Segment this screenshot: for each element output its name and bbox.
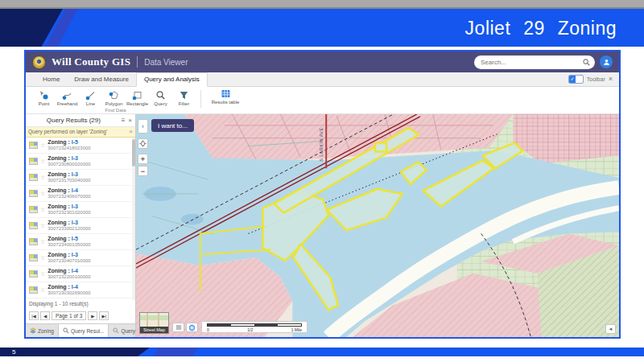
search-icon[interactable] <box>583 59 590 66</box>
basemap-switcher[interactable]: Street Map <box>139 312 169 334</box>
tool-point[interactable]: Point <box>32 88 56 107</box>
query-tool-icon <box>155 90 166 101</box>
tab-draw-and-measure[interactable]: Draw and Measure <box>67 73 136 86</box>
result-item[interactable]: ☆ Zoning : I-33007232301020000 <box>26 202 131 218</box>
result-item[interactable]: ☆ Zoning : I-53007232418023000 <box>26 138 131 154</box>
result-item[interactable]: ☆ Zoning : I-43007232200100000 <box>26 266 131 282</box>
result-link[interactable]: I-3 <box>72 204 78 209</box>
first-page-button[interactable]: |◀ <box>29 311 39 320</box>
user-button[interactable] <box>600 56 613 68</box>
tab-home[interactable]: Home <box>35 73 67 86</box>
parcel-number: 3007232200100000 <box>47 274 90 280</box>
street-label: S LARKIN AVE <box>319 127 324 161</box>
toggle-check-icon: ✓ <box>569 76 576 83</box>
parcel-number: 3007231703040000 <box>47 178 90 183</box>
star-icon[interactable]: ☆ <box>40 158 45 165</box>
header-divider <box>137 56 138 68</box>
star-icon[interactable]: ☆ <box>40 207 45 213</box>
tool-filter[interactable]: Filter <box>172 88 196 107</box>
i-want-to-button[interactable]: I want to... <box>151 119 194 132</box>
layer-thumbnail-icon <box>29 254 38 261</box>
map-canvas[interactable]: S LARKIN AVE <box>136 114 619 337</box>
tool-rectangle[interactable]: Rectangle <box>126 88 149 107</box>
panel-collapse-button[interactable]: ‹ <box>138 119 148 134</box>
tool-query[interactable]: Query <box>149 88 172 107</box>
parcel-number: 3007230407010000 <box>47 258 90 264</box>
next-page-button[interactable]: ▶ <box>88 311 97 320</box>
layer-thumbnail-icon <box>29 286 38 294</box>
panel-tabbar: Zoning Query Resul... <box>26 323 135 337</box>
ribbon-tabbar: Home Draw and Measure Query and Analysis… <box>26 72 619 87</box>
panel-tab-query-results[interactable]: Query Resul... <box>59 324 109 337</box>
star-icon[interactable]: ☆ <box>40 223 45 229</box>
tool-group-caption: Find Data <box>32 108 199 113</box>
locate-button[interactable] <box>138 138 148 149</box>
layer-thumbnail-icon <box>29 270 38 278</box>
scale-mile: 1 Mile <box>291 327 302 332</box>
star-icon[interactable]: ☆ <box>40 271 45 278</box>
star-icon[interactable]: ☆ <box>40 239 45 245</box>
point-tool-icon <box>39 90 49 101</box>
basemap-label: Street Map <box>140 327 168 333</box>
result-item[interactable]: ☆ Zoning : I-43007230302690000 <box>26 282 131 298</box>
polygon-tool-icon <box>109 90 119 101</box>
freehand-tool-icon <box>62 90 72 101</box>
map-container: S LARKIN AVE ‹ I want <box>136 114 619 337</box>
result-link[interactable]: I-3 <box>72 252 78 257</box>
last-page-button[interactable]: ▶| <box>99 311 109 320</box>
tool-line[interactable]: Line <box>79 88 102 107</box>
find-data-group: Point Freehand Line <box>32 87 199 113</box>
star-icon[interactable]: ☆ <box>40 175 45 181</box>
star-icon[interactable]: ☆ <box>40 142 45 149</box>
filter-tool-icon <box>179 90 189 101</box>
result-item[interactable]: ☆ Zoning : I-33007230800020000 <box>26 154 131 170</box>
search-input[interactable] <box>479 58 583 67</box>
star-icon[interactable]: ☆ <box>40 255 45 261</box>
panel-menu-icon[interactable]: ≡ <box>122 117 126 124</box>
star-icon[interactable]: ☆ <box>40 191 45 197</box>
rectangle-tool-icon <box>132 90 142 101</box>
tool-polygon[interactable]: Polygon <box>102 88 126 107</box>
tool-freehand[interactable]: Freehand <box>56 88 79 107</box>
result-link[interactable]: I-3 <box>72 171 78 177</box>
panel-tab-zoning[interactable]: Zoning <box>26 324 59 337</box>
list-icon <box>175 324 182 331</box>
crosshair-icon <box>139 140 147 147</box>
result-link[interactable]: I-3 <box>72 155 78 161</box>
result-link[interactable]: I-3 <box>72 220 78 225</box>
scale-half: 1/2 <box>247 327 253 332</box>
search-box[interactable] <box>474 56 595 69</box>
footer-navy-shape <box>0 348 150 356</box>
result-item[interactable]: ☆ Zoning : I-33007231703040000 <box>26 170 131 186</box>
app-window: Will County GIS Data Viewer Home Draw an <box>24 50 621 339</box>
layer-thumbnail-icon <box>29 222 38 229</box>
parcel-number: 3007230800020000 <box>47 162 90 167</box>
star-icon[interactable]: ☆ <box>40 287 45 294</box>
slide-footer-bar: 5 <box>0 348 644 356</box>
attribution-expander-button[interactable]: ◄ <box>605 324 616 334</box>
result-link[interactable]: I-4 <box>72 268 78 274</box>
layer-thumbnail-icon <box>29 174 38 181</box>
tab-query-and-analysis[interactable]: Query and Analysis <box>136 72 208 87</box>
zoom-out-button[interactable]: − <box>138 166 148 176</box>
toolbar-close-icon[interactable]: × <box>609 76 613 83</box>
map-mode-button[interactable] <box>186 323 198 332</box>
notice-close-icon[interactable]: × <box>129 129 133 135</box>
prev-page-button[interactable]: ◀ <box>40 311 50 320</box>
panel-scrollbar[interactable] <box>132 138 135 300</box>
zoom-in-button[interactable]: + <box>138 154 148 164</box>
result-item[interactable]: ☆ Zoning : I-53007234001050000 <box>26 234 131 250</box>
result-link[interactable]: I-4 <box>72 284 78 290</box>
toolbar-toggle[interactable]: ✓ <box>568 75 584 84</box>
result-item[interactable]: ☆ Zoning : I-33007230407010000 <box>26 250 131 266</box>
panel-close-icon[interactable]: × <box>128 117 132 124</box>
result-item[interactable]: ☆ Zoning : I-33007233002120000 <box>26 218 131 234</box>
scrollbar-thumb[interactable] <box>132 139 135 167</box>
result-link[interactable]: I-5 <box>72 236 78 241</box>
result-link[interactable]: I-4 <box>72 187 78 193</box>
tool-results-table[interactable]: Results table <box>206 87 245 113</box>
result-item[interactable]: ☆ Zoning : I-43007232406070000 <box>26 186 131 202</box>
map-layers-button[interactable] <box>172 323 184 332</box>
result-link[interactable]: I-5 <box>72 139 78 145</box>
slide-title: Joliet 29 Zoning <box>465 17 617 39</box>
